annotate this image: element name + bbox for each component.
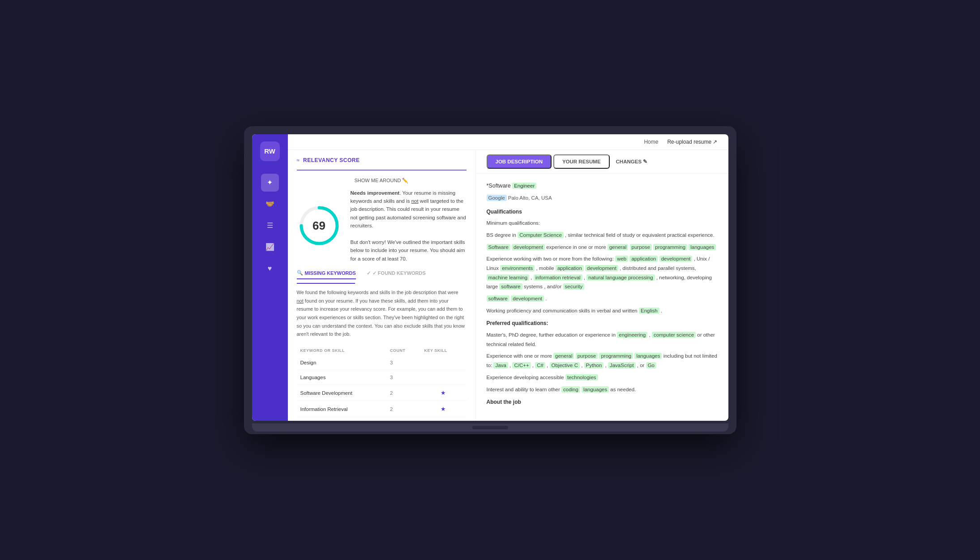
para-learn-other: Interest and ability to learn other codi… — [487, 385, 718, 394]
key-skill-cell: ★ — [420, 417, 466, 421]
show-me-around[interactable]: SHOW ME AROUND ✏️ — [297, 178, 466, 184]
keyword-cell: Languages — [297, 370, 386, 385]
company-name: Google — [487, 195, 507, 201]
cs-highlight: Computer Science — [518, 232, 564, 238]
key-skill-cell — [420, 370, 466, 385]
app-logo[interactable]: RW — [260, 141, 280, 161]
home-link[interactable]: Home — [644, 139, 658, 145]
score-number: 69 — [312, 219, 325, 233]
table-row: Languages 3 — [297, 370, 466, 385]
count-cell: 3 — [386, 355, 421, 370]
sidebar-icon-heart[interactable]: ♥ — [261, 260, 279, 278]
relevancy-header: ≈ RELEVANCY SCORE — [297, 157, 466, 163]
relevancy-underline — [297, 170, 466, 171]
keywords-description: We found the following keywords and skil… — [297, 288, 466, 338]
table-row: Software Development 2 ★ — [297, 385, 466, 401]
score-circle: 69 — [297, 203, 342, 248]
tab-your-resume[interactable]: YOUR RESUME — [553, 154, 610, 169]
score-section: 69 Needs improvement. Your resume is mis… — [297, 189, 466, 263]
para-masters: Master's, PhD degree, further education … — [487, 330, 718, 349]
sidebar-icon-magic[interactable]: ✦ — [261, 174, 279, 192]
reupload-link[interactable]: Re-upload resume ↗ — [667, 139, 717, 145]
keyword-cell: Design — [297, 355, 386, 370]
keyword-cell: Web — [297, 417, 386, 421]
job-title-highlight: Engineer — [512, 183, 536, 189]
para-software-dev: Software development experience in one o… — [487, 243, 718, 252]
missing-keywords-tab[interactable]: 🔍 MISSING KEYWORDS — [297, 270, 356, 279]
job-description-content: *Software Engineer Google Palo Alto, CA,… — [476, 174, 728, 416]
main-content: Home Re-upload resume ↗ ≈ RELEVANCY SCOR… — [288, 134, 728, 421]
keyword-cell: Software Development — [297, 385, 386, 401]
score-description: Needs improvement. Your resume is missin… — [351, 189, 466, 263]
para-software-dev2: software development . — [487, 294, 718, 304]
col-key-skill: KEY SKILL — [420, 346, 466, 355]
para-accessible: Experience developing accessible technol… — [487, 373, 718, 382]
para-one-or-more: Experience with one or more general purp… — [487, 351, 718, 370]
min-qual-label: Minimum qualifications: — [487, 218, 718, 228]
star-icon: ★ — [441, 406, 446, 412]
content-area: ≈ RELEVANCY SCORE SHOW ME AROUND ✏️ — [288, 150, 728, 421]
sidebar-icon-list[interactable]: ☰ — [261, 217, 279, 235]
count-cell: 2 — [386, 401, 421, 417]
company-line: Google Palo Alto, CA, USA — [487, 193, 718, 203]
star-icon: ★ — [441, 389, 446, 396]
key-skill-cell: ★ — [420, 401, 466, 417]
count-cell: 2 — [386, 417, 421, 421]
keywords-table: KEYWORD OR SKILL COUNT KEY SKILL Design … — [297, 346, 466, 420]
key-skill-cell — [420, 355, 466, 370]
sidebar-icon-chart[interactable]: 📈 — [261, 238, 279, 256]
left-panel: ≈ RELEVANCY SCORE SHOW ME AROUND ✏️ — [288, 150, 476, 421]
sidebar: RW ✦ 🤝 ☰ 📈 ♥ — [252, 134, 288, 421]
job-title-prefix: *Software — [487, 183, 511, 189]
tab-job-description[interactable]: JOB DESCRIPTION — [487, 154, 552, 169]
keywords-tab-underline — [297, 283, 355, 284]
job-title-line: *Software Engineer — [487, 181, 718, 191]
keywords-tabs: 🔍 MISSING KEYWORDS ✓ ✓ FOUND KEYWORDS — [297, 270, 466, 279]
relevancy-title: RELEVANCY SCORE — [303, 157, 359, 163]
right-panel: JOB DESCRIPTION YOUR RESUME CHANGES ✎ *S… — [476, 150, 728, 421]
para-experience: Experience working with two or more from… — [487, 254, 718, 291]
col-count: COUNT — [386, 346, 421, 355]
para-working-proficiency: Working proficiency and communication sk… — [487, 306, 718, 316]
count-cell: 3 — [386, 370, 421, 385]
table-row: Web 2 ★ — [297, 417, 466, 421]
table-row: Information Retrieval 2 ★ — [297, 401, 466, 417]
para-bs-degree: BS degree in Computer Science , similar … — [487, 231, 718, 240]
table-row: Design 3 — [297, 355, 466, 370]
keyword-cell: Information Retrieval — [297, 401, 386, 417]
right-panel-header: JOB DESCRIPTION YOUR RESUME CHANGES ✎ — [476, 150, 728, 174]
sidebar-icon-handshake[interactable]: 🤝 — [261, 195, 279, 213]
count-cell: 2 — [386, 385, 421, 401]
about-job: About the job — [487, 398, 718, 407]
found-keywords-tab[interactable]: ✓ ✓ FOUND KEYWORDS — [367, 270, 426, 279]
preferred-qual-label: Preferred qualifications: — [487, 319, 718, 329]
top-nav: Home Re-upload resume ↗ — [288, 134, 728, 150]
qualifications-title: Qualifications — [487, 207, 718, 217]
col-keyword: KEYWORD OR SKILL — [297, 346, 386, 355]
key-skill-cell: ★ — [420, 385, 466, 401]
tab-changes[interactable]: CHANGES ✎ — [612, 155, 652, 168]
